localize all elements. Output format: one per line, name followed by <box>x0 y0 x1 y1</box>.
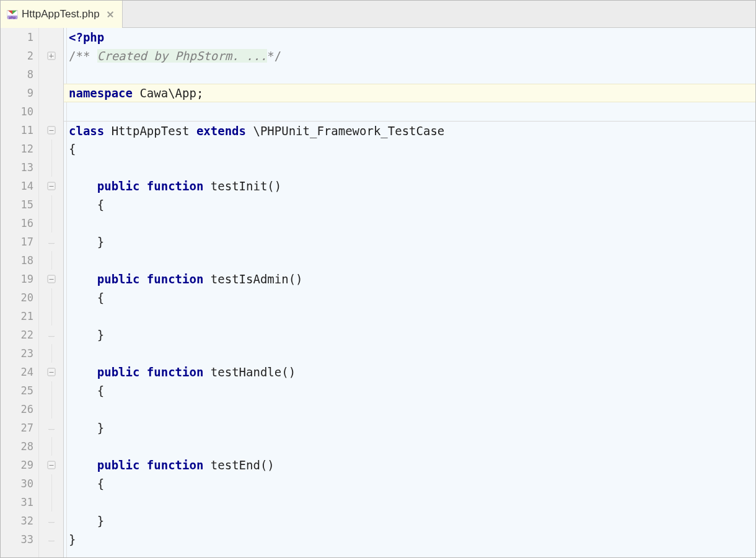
ide-window: php HttpAppTest.php 12891011121314151617… <box>0 0 756 558</box>
close-icon[interactable] <box>107 11 113 17</box>
token-kw: public <box>97 179 140 193</box>
editor-tab[interactable]: php HttpAppTest.php <box>1 1 123 27</box>
token-id <box>69 477 97 490</box>
token-id: Cawa\App <box>133 86 196 100</box>
code-line[interactable] <box>64 158 755 177</box>
fold-slot <box>39 102 63 121</box>
fold-slot <box>39 474 63 493</box>
fold-slot[interactable] <box>39 177 63 195</box>
fold-slot[interactable] <box>39 121 63 140</box>
code-line[interactable]: public function testInit() <box>64 177 755 195</box>
fold-collapse-icon[interactable] <box>47 275 55 283</box>
fold-slot <box>39 28 63 46</box>
fold-collapse-icon[interactable] <box>47 368 55 376</box>
code-area[interactable]: <?php/** Created by PhpStorm. ...*/names… <box>64 28 755 557</box>
line-number: 23 <box>1 344 33 363</box>
fold-end-icon <box>48 519 55 523</box>
token-id <box>69 365 97 379</box>
token-id <box>69 179 97 193</box>
fold-end-icon <box>48 538 55 542</box>
token-id <box>203 272 210 286</box>
line-number: 33 <box>1 530 33 549</box>
token-id <box>139 272 146 286</box>
code-line[interactable]: public function testIsAdmin() <box>64 270 755 288</box>
line-number: 13 <box>1 158 33 177</box>
fold-slot[interactable] <box>39 46 63 65</box>
token-kw: function <box>147 365 204 379</box>
fold-collapse-icon[interactable] <box>47 461 55 469</box>
fold-slot[interactable] <box>39 456 63 474</box>
fold-expand-icon[interactable] <box>47 52 55 60</box>
fold-slot <box>39 344 63 363</box>
fold-slot <box>39 493 63 512</box>
fold-slot <box>39 530 63 549</box>
fold-end-icon <box>48 426 55 430</box>
code-line[interactable]: { <box>64 381 755 400</box>
code-line[interactable]: public function testHandle() <box>64 363 755 381</box>
code-line[interactable] <box>64 102 755 121</box>
code-line[interactable]: { <box>64 140 755 158</box>
fold-collapse-icon[interactable] <box>47 182 55 190</box>
code-line[interactable] <box>64 344 755 363</box>
token-cmtd: */ <box>267 49 281 63</box>
token-id <box>203 179 210 193</box>
line-number: 2 <box>1 46 33 65</box>
token-punc: () <box>260 458 275 472</box>
code-line[interactable]: { <box>64 195 755 214</box>
line-number: 28 <box>1 437 33 456</box>
token-id <box>69 384 97 397</box>
code-line[interactable]: } <box>64 512 755 530</box>
fold-guide <box>51 493 52 512</box>
line-number: 16 <box>1 214 33 232</box>
line-number: 30 <box>1 474 33 493</box>
php-file-icon: php <box>7 9 18 20</box>
line-number: 8 <box>1 65 33 84</box>
code-line[interactable]: } <box>64 418 755 437</box>
code-line[interactable] <box>64 214 755 232</box>
line-number: 20 <box>1 288 33 307</box>
code-line[interactable] <box>64 400 755 418</box>
code-line[interactable] <box>64 65 755 84</box>
fold-slot <box>39 437 63 456</box>
line-number: 14 <box>1 177 33 195</box>
editor: 1289101112131415161718192021222324252627… <box>1 28 755 557</box>
token-fn: testInit <box>211 179 268 193</box>
code-line[interactable]: <?php <box>64 28 755 46</box>
code-line[interactable]: namespace Cawa\App; <box>64 84 755 102</box>
code-line[interactable] <box>64 493 755 512</box>
code-line[interactable]: public function testEnd() <box>64 456 755 474</box>
code-line[interactable]: /** Created by PhpStorm. ...*/ <box>64 46 755 65</box>
fold-slot <box>39 512 63 530</box>
code-line[interactable]: } <box>64 232 755 251</box>
code-line[interactable] <box>64 251 755 270</box>
fold-guide <box>51 381 52 400</box>
line-number-gutter: 1289101112131415161718192021222324252627… <box>1 28 39 557</box>
token-id <box>69 458 97 472</box>
token-kw: namespace <box>69 86 133 100</box>
token-punc: { <box>69 142 76 156</box>
token-cmt_fold: Created by PhpStorm. ... <box>97 49 268 63</box>
fold-guide <box>51 195 52 214</box>
code-line[interactable] <box>64 437 755 456</box>
fold-guide <box>51 344 52 363</box>
token-punc: } <box>97 235 104 249</box>
fold-slot[interactable] <box>39 270 63 288</box>
token-punc: { <box>97 198 104 211</box>
fold-collapse-icon[interactable] <box>47 126 55 135</box>
fold-slot[interactable] <box>39 363 63 381</box>
line-number: 21 <box>1 307 33 326</box>
code-line[interactable]: { <box>64 474 755 493</box>
fold-guide <box>51 307 52 326</box>
fold-slot <box>39 65 63 84</box>
token-id <box>69 328 97 342</box>
token-fn: testEnd <box>211 458 260 472</box>
fold-slot <box>39 307 63 326</box>
code-line[interactable] <box>64 307 755 326</box>
code-line[interactable]: { <box>64 288 755 307</box>
line-number: 26 <box>1 400 33 418</box>
fold-end-icon <box>48 333 55 337</box>
code-line[interactable]: } <box>64 326 755 344</box>
code-line[interactable]: class HttpAppTest extends \PHPUnit_Frame… <box>64 121 755 140</box>
code-line[interactable]: } <box>64 530 755 549</box>
token-id <box>139 458 146 472</box>
